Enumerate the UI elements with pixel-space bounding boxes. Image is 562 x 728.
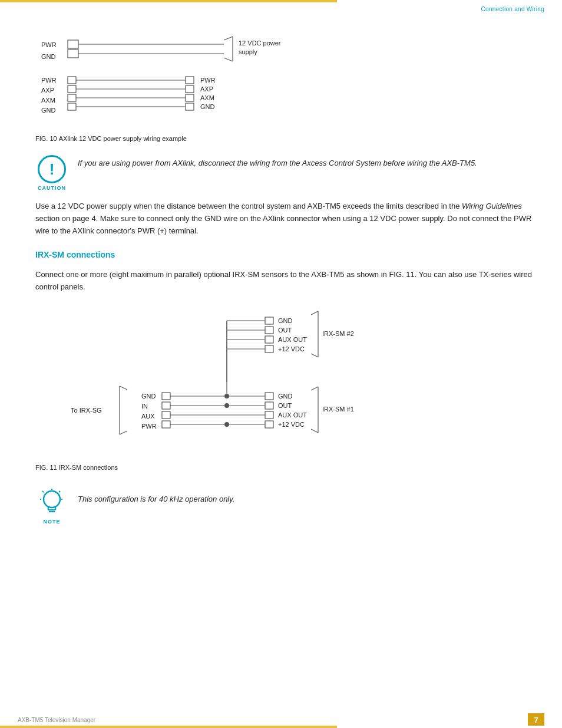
fig11-svg: GND OUT AUX OUT +12 VDC IRX-SM #2 GND IN… bbox=[35, 305, 401, 459]
svg-rect-52 bbox=[162, 393, 170, 400]
svg-text:GND: GND bbox=[41, 107, 56, 114]
svg-rect-53 bbox=[162, 402, 170, 409]
svg-line-57 bbox=[120, 431, 127, 434]
svg-rect-3 bbox=[68, 50, 78, 58]
fig10-number: FIG. 10 bbox=[35, 135, 57, 142]
header-section-label: Connection and Wiring bbox=[481, 6, 544, 12]
svg-text:AUX: AUX bbox=[141, 413, 155, 420]
svg-text:OUT: OUT bbox=[278, 327, 292, 334]
svg-line-79 bbox=[311, 387, 318, 390]
svg-text:AUX OUT: AUX OUT bbox=[278, 411, 307, 419]
svg-line-7 bbox=[224, 58, 233, 61]
note-text: This configuration is for 40 kHz operati… bbox=[78, 489, 234, 503]
svg-text:12 VDC power: 12 VDC power bbox=[239, 39, 281, 47]
svg-text:IRX-SM #2: IRX-SM #2 bbox=[322, 330, 354, 337]
svg-line-39 bbox=[311, 311, 318, 315]
svg-text:+12 VDC: +12 VDC bbox=[278, 345, 305, 353]
main-content: PWR GND 12 VDC power supply PWR AXP AXM … bbox=[35, 18, 538, 525]
svg-text:GND: GND bbox=[200, 103, 215, 110]
svg-rect-31 bbox=[265, 317, 273, 324]
fig11-number: FIG. 11 bbox=[35, 464, 57, 471]
svg-rect-54 bbox=[162, 411, 170, 419]
svg-rect-17 bbox=[68, 94, 76, 101]
svg-text:OUT: OUT bbox=[278, 402, 292, 409]
fig10-label: FIG. 10 AXlink 12 VDC power supply wirin… bbox=[35, 135, 538, 142]
note-section: NOTE This configuration is for 40 kHz op… bbox=[35, 489, 538, 525]
svg-text:PWR: PWR bbox=[41, 77, 57, 84]
fig10-diagram: PWR GND 12 VDC power supply PWR AXP AXM … bbox=[35, 29, 538, 142]
caution-exclamation-icon: ! bbox=[49, 162, 55, 177]
svg-line-90 bbox=[59, 491, 60, 492]
top-accent-bar bbox=[0, 0, 562, 2]
svg-line-56 bbox=[120, 386, 127, 390]
footer-title: AXB-TM5 Television Manager bbox=[18, 717, 95, 723]
svg-point-84 bbox=[44, 491, 60, 508]
svg-rect-74 bbox=[265, 421, 273, 428]
svg-rect-16 bbox=[68, 85, 76, 93]
svg-rect-26 bbox=[186, 103, 194, 110]
svg-rect-2 bbox=[68, 40, 78, 48]
fig11-caption: IRX-SM connections bbox=[59, 464, 118, 471]
svg-text:AXP: AXP bbox=[200, 85, 213, 93]
bottom-accent-bar bbox=[0, 726, 562, 728]
svg-text:supply: supply bbox=[239, 48, 257, 55]
svg-rect-32 bbox=[265, 327, 273, 334]
note-bulb-icon bbox=[38, 489, 66, 517]
irx-sm-body: Connect one or more (eight maximum in pa… bbox=[35, 269, 538, 294]
svg-text:PWR: PWR bbox=[200, 77, 216, 84]
fig11-label: FIG. 11 IRX-SM connections bbox=[35, 464, 538, 471]
svg-text:GND: GND bbox=[141, 393, 156, 400]
bulb-svg bbox=[39, 489, 65, 517]
svg-text:PWR: PWR bbox=[141, 423, 157, 430]
svg-text:AXM: AXM bbox=[200, 94, 214, 101]
svg-rect-15 bbox=[68, 77, 76, 84]
svg-rect-34 bbox=[265, 345, 273, 353]
svg-text:To IRX-SG: To IRX-SG bbox=[71, 407, 102, 414]
svg-text:IN: IN bbox=[141, 403, 148, 410]
svg-rect-33 bbox=[265, 336, 273, 343]
caution-icon-block: ! CAUTION bbox=[35, 155, 68, 191]
caution-section: ! CAUTION If you are using power from AX… bbox=[35, 155, 538, 191]
svg-line-6 bbox=[224, 37, 233, 40]
caution-label: CAUTION bbox=[35, 185, 68, 191]
svg-rect-55 bbox=[162, 421, 170, 428]
svg-rect-25 bbox=[186, 94, 194, 101]
wiring-guidelines-italic: Wiring Guidelines bbox=[462, 202, 522, 210]
svg-rect-71 bbox=[265, 393, 273, 400]
svg-line-40 bbox=[311, 354, 318, 357]
svg-text:PWR: PWR bbox=[41, 41, 57, 48]
svg-rect-24 bbox=[186, 85, 194, 93]
svg-text:GND: GND bbox=[278, 393, 293, 400]
caution-text: If you are using power from AXlink, disc… bbox=[78, 155, 477, 169]
note-icon-block: NOTE bbox=[35, 489, 68, 525]
svg-line-80 bbox=[311, 429, 318, 433]
body-paragraph: Use a 12 VDC power supply when the dista… bbox=[35, 200, 538, 237]
svg-text:AXP: AXP bbox=[41, 87, 54, 94]
svg-rect-18 bbox=[68, 103, 76, 110]
fig10-svg: PWR GND 12 VDC power supply PWR AXP AXM … bbox=[35, 29, 330, 130]
caution-circle: ! bbox=[38, 155, 66, 183]
irx-sm-heading: IRX-SM connections bbox=[35, 250, 538, 259]
svg-text:AUX OUT: AUX OUT bbox=[278, 336, 307, 343]
footer-page: 7 bbox=[528, 713, 544, 726]
fig10-caption: AXlink 12 VDC power supply wiring exampl… bbox=[59, 135, 187, 142]
fig11-diagram: GND OUT AUX OUT +12 VDC IRX-SM #2 GND IN… bbox=[35, 305, 538, 471]
note-label: NOTE bbox=[35, 519, 68, 525]
svg-rect-23 bbox=[186, 77, 194, 84]
svg-text:AXM: AXM bbox=[41, 97, 55, 104]
svg-rect-73 bbox=[265, 411, 273, 419]
svg-text:+12 VDC: +12 VDC bbox=[278, 421, 305, 428]
svg-text:IRX-SM #1: IRX-SM #1 bbox=[322, 406, 354, 413]
svg-line-91 bbox=[42, 491, 44, 492]
svg-text:GND: GND bbox=[278, 317, 293, 324]
svg-rect-72 bbox=[265, 402, 273, 409]
svg-text:GND: GND bbox=[41, 53, 56, 60]
